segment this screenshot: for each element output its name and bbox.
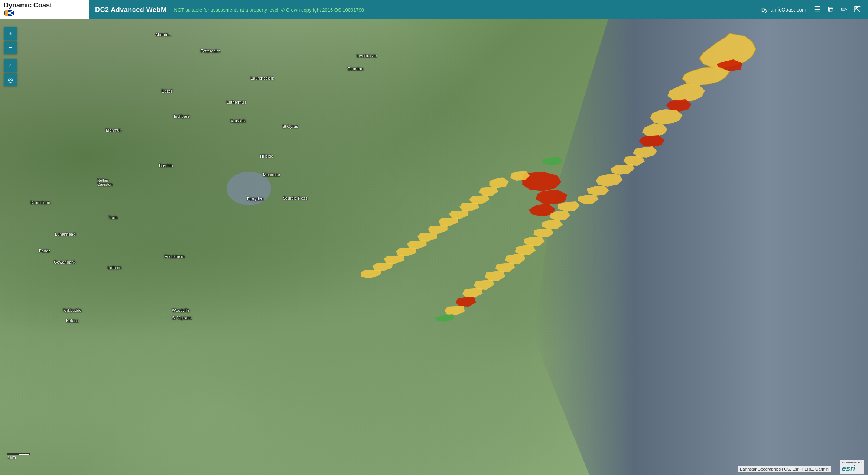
map-background: Inverbervie Gourdon Laurencekirk Fetterc… <box>0 19 868 475</box>
esri-powered-label: POWERED BY <box>842 461 862 464</box>
layers-icon[interactable]: ⧉ <box>828 5 834 14</box>
home-button[interactable]: ⌂ <box>4 59 17 72</box>
zoom-in-button[interactable]: + <box>4 27 17 40</box>
scale-label: 4km <box>7 455 16 460</box>
header-notice: NOT suitable for assessments at a proper… <box>174 7 761 13</box>
nav-icon[interactable]: ⇱ <box>854 5 861 14</box>
map-attribution: Earthstar Geographics | OS, Esri, HERE, … <box>738 466 831 472</box>
location-button[interactable]: ◎ <box>4 73 17 86</box>
app-header: Dynamic Coast DC2 Advanced WebM NOT suit… <box>0 0 868 19</box>
logo-area: Dynamic Coast <box>0 0 89 19</box>
scale-bar: 4km <box>7 453 30 460</box>
scale-line-dark <box>8 454 19 455</box>
list-icon[interactable]: ☰ <box>814 5 821 14</box>
scale-line-light <box>19 454 29 455</box>
logo-text: Dynamic Coast <box>4 2 52 9</box>
edit-icon[interactable]: ✏ <box>841 5 847 14</box>
svg-rect-3 <box>5 10 8 16</box>
zoom-out-button[interactable]: − <box>4 41 17 54</box>
header-tools: ☰ ⧉ ✏ ⇱ <box>814 5 861 14</box>
montrose-basin <box>227 172 271 205</box>
logo-flag <box>4 10 14 16</box>
map-container[interactable]: Inverbervie Gourdon Laurencekirk Fetterc… <box>0 19 868 475</box>
esri-logo: POWERED BY esri <box>840 460 864 474</box>
header-url: DynamicCoast.com <box>761 7 806 13</box>
esri-label: esri <box>842 464 855 472</box>
app-title: DC2 Advanced WebM <box>95 6 167 14</box>
map-controls: + − ⌂ ◎ <box>4 27 17 86</box>
